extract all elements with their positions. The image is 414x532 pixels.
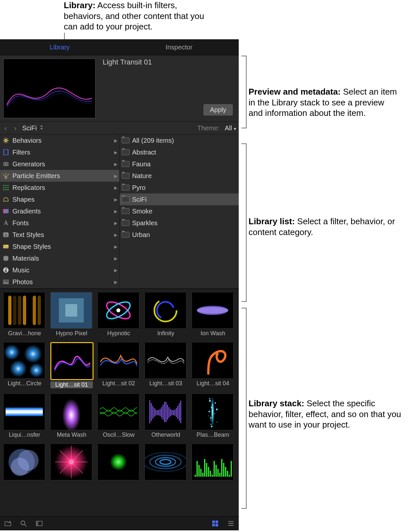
search-icon[interactable] [20,520,27,527]
folder-scifi[interactable]: SciFi [120,193,239,205]
folder-all-209-items-[interactable]: All (209 items) [120,135,239,146]
grid-view-icon[interactable] [211,520,219,527]
tab-inspector[interactable]: Inspector [119,39,239,55]
stack-item[interactable]: Hypnotic [97,292,140,337]
new-folder-icon[interactable] [4,520,12,527]
category-behaviors[interactable]: Behaviors▸ [0,135,119,146]
svg-rect-167 [216,524,218,526]
theme-value[interactable]: All ▾ [225,124,236,132]
path-name[interactable]: SciFi [22,124,37,132]
folder-fauna[interactable]: Fauna [120,158,239,170]
category-generators[interactable]: Generators▸ [0,158,119,170]
folder-sparkles[interactable]: Sparkles [120,217,239,229]
folder-smoke[interactable]: Smoke [120,205,239,217]
folder-icon [122,219,129,227]
chevron-right-icon: ▸ [114,172,117,180]
svg-rect-142 [197,461,198,477]
svg-rect-18 [8,154,8,155]
category-photos[interactable]: Photos▸ [0,276,119,288]
stack-item[interactable]: Light…sit 03 [145,342,187,388]
stack-thumbnail [145,444,186,480]
svg-point-32 [3,187,5,188]
stack-thumbnail [50,394,92,430]
category-filters[interactable]: Filters▸ [0,146,119,158]
stack-thumbnail [50,292,92,329]
category-replicators[interactable]: Replicators▸ [0,182,119,193]
svg-point-33 [5,187,7,188]
svg-rect-48 [8,296,11,325]
stack-item[interactable]: Otherworld [145,394,187,438]
nav-forward-icon[interactable]: › [12,124,18,132]
category-shapes[interactable]: Shapes▸ [0,193,119,205]
svg-point-113 [211,406,213,408]
path-stepper-icon[interactable] [39,124,44,132]
stack-item-label: Oscil…Slow [97,431,140,438]
list-view-icon[interactable] [227,520,235,527]
svg-point-27 [3,174,4,174]
stack-item[interactable]: Gravi…hone [3,292,46,337]
folder-label: Urban [132,231,237,239]
svg-point-34 [8,187,9,188]
stack-item[interactable]: Light…Circle [3,342,46,388]
svg-point-37 [8,189,9,191]
category-label: Behaviors [12,137,114,144]
svg-point-112 [212,404,213,406]
svg-rect-98 [169,407,170,418]
stack-item[interactable]: Light…sit 02 [97,342,140,388]
svg-point-69 [4,344,20,360]
stack-item[interactable]: Oscil…Slow [97,394,140,438]
stack-thumbnail [192,292,233,329]
svg-rect-150 [212,475,213,477]
category-shape-styles[interactable]: Shape Styles▸ [0,241,119,252]
stack-item[interactable]: Hypno Pixel [50,292,93,337]
stack-item[interactable]: Light…sit 04 [192,342,234,388]
stack-thumbnail [3,444,45,480]
svg-rect-54 [38,296,41,325]
folder-icon [122,160,129,168]
category-gradients[interactable]: Gradients▸ [0,205,119,217]
category-content[interactable]: Content▸ [0,288,119,288]
svg-rect-52 [28,296,31,325]
svg-rect-0 [4,59,95,118]
stack-item[interactable] [97,444,140,480]
svg-point-26 [6,173,6,174]
stack-item[interactable] [50,444,93,480]
stack-item[interactable]: Liqui…nsfer [3,394,46,438]
stack-thumbnail [192,394,233,430]
category-music[interactable]: Music▸ [0,264,119,276]
category-materials[interactable]: Materials▸ [0,252,119,264]
category-fonts[interactable]: AFonts▸ [0,217,119,229]
nav-back-icon[interactable]: ‹ [3,124,9,132]
folder-nature[interactable]: Nature [120,170,239,182]
font-icon: A [2,219,10,227]
stack-item[interactable] [3,444,46,480]
svg-rect-76 [192,342,233,378]
theme-label: Theme: [197,124,219,132]
path-bar: ‹ › SciFi Theme: All ▾ [0,122,239,135]
stack-thumbnail [192,342,233,379]
stack-item[interactable]: Meta Wash [50,394,93,438]
svg-point-71 [10,360,27,377]
category-text-styles[interactable]: AText Styles▸ [0,229,119,241]
stack-item[interactable]: Ion Wash [192,292,234,337]
category-particle-emitters[interactable]: Particle Emitters▸ [0,170,119,182]
sidebar-toggle-icon[interactable] [35,520,43,527]
stack-item-label: Light…sit 04 [192,380,234,387]
folder-abstract[interactable]: Abstract [120,146,239,158]
svg-point-120 [216,422,217,422]
svg-point-31 [8,185,9,186]
svg-rect-86 [151,403,152,421]
folder-urban[interactable]: Urban [120,229,239,241]
stack-item[interactable] [192,444,234,480]
tab-library[interactable]: Library [0,39,119,55]
svg-rect-102 [175,410,176,416]
apply-button[interactable]: Apply [203,104,233,116]
stack-item[interactable] [145,444,187,480]
chevron-right-icon: ▸ [114,231,117,239]
folder-pyro[interactable]: Pyro [120,182,239,193]
svg-rect-53 [33,296,36,325]
stack-item[interactable]: Infinity [145,292,187,337]
svg-rect-144 [200,469,201,477]
stack-item[interactable]: Light…sit 01 [50,342,93,388]
stack-item[interactable]: Plas…Beam [192,394,234,438]
